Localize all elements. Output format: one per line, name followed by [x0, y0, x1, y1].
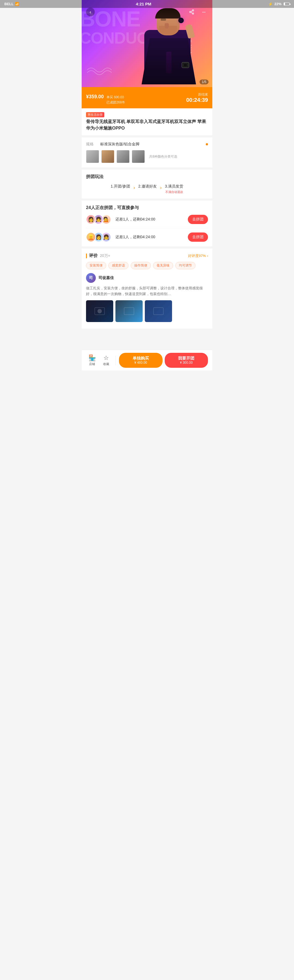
reviewer-info: 司 司徒嘉佳 — [86, 273, 208, 283]
group-info-2: 还差1人，还剩04:24:00 — [115, 235, 188, 240]
steps-row: 1.开团/参团 › 2.邀请好友 › 3.满员发货 不满自动退款 — [86, 184, 208, 194]
price-section: ¥359.00 单买 600.00 已成团268件 距结束 00:24:39 — [82, 87, 212, 108]
hero-person-image — [141, 5, 196, 84]
store-badge: 慧生活自营 — [86, 112, 104, 117]
svg-point-0 — [192, 10, 194, 11]
svg-point-2 — [192, 13, 194, 14]
solo-buy-label: 单独购买 — [133, 356, 149, 361]
status-time: 4:21 PM — [136, 2, 151, 6]
reviewer-avatar: 司 — [86, 273, 96, 283]
group-info-text-1: 还差1人，还剩04:24:00 — [115, 217, 188, 222]
back-button[interactable]: ‹ — [86, 8, 95, 16]
reviews-rate[interactable]: 好评度97% › — [188, 253, 208, 258]
group-rules-title: 拼团玩法 — [86, 174, 208, 180]
price-info: 单买 600.00 已成团268件 — [106, 95, 125, 105]
more-button[interactable]: ··· — [199, 8, 208, 16]
reviews-section: 评价 20万+ 好评度97% › 安装简便 感觉舒适 操作简便 毫无异味 均可调… — [82, 248, 212, 329]
group-info-text-2: 还差1人，还剩04:24:00 — [115, 235, 188, 240]
group-buy-price: ¥ 300.00 — [180, 361, 193, 365]
reviews-rate-text: 好评度97% — [188, 253, 206, 258]
tag-2[interactable]: 操作简便 — [131, 262, 151, 269]
reviews-title: 评价 — [89, 253, 98, 259]
page-indicator: 1/5 — [200, 80, 208, 84]
review-tags: 安装简便 感觉舒适 操作简便 毫无异味 均可调节 — [86, 262, 208, 269]
collect-button[interactable]: ☆ 收藏 — [100, 355, 112, 366]
solo-buy-button[interactable]: 单独购买 ¥ 480.00 — [119, 353, 162, 368]
svg-rect-8 — [154, 308, 163, 315]
reviewer-name: 司徒嘉佳 — [99, 275, 114, 280]
color-thumb-3[interactable] — [116, 150, 130, 163]
reviews-accent-bar — [86, 253, 87, 258]
active-groups-section: 24人正在拼团，可直接参与 👩 👧 💁 还差1人，还剩04:24:00 去拼团 … — [82, 200, 212, 247]
review-images — [86, 300, 208, 322]
reviews-count: 20万+ — [100, 253, 110, 258]
product-info-section: 慧生活自营 骨传导无线蓝牙耳机 单双耳非入耳式蓝牙耳机双耳立体声 苹果华为小米魅… — [82, 108, 212, 135]
review-image-3[interactable] — [145, 300, 172, 322]
review-image-2[interactable] — [115, 300, 143, 322]
review-text: 做工扎实，安装方便，坐的舒服，头部可调整，设计合理，整体使用感觉很好，很满意的一… — [86, 286, 208, 297]
group-buy-label: 我要开团 — [178, 356, 194, 361]
color-thumb-4[interactable] — [132, 150, 145, 163]
tag-0[interactable]: 安装简便 — [86, 262, 106, 269]
hero-banner: BONE CONDUCT THE NEW 2018 HIT — [82, 0, 212, 87]
bottom-divider — [115, 356, 116, 365]
color-more-text: 共8种颜色分类可选 — [149, 154, 177, 159]
svg-line-3 — [191, 12, 192, 13]
bottom-bar: 🏪 店铺 ☆ 收藏 单独购买 ¥ 480.00 我要开团 ¥ 300.00 — [82, 350, 212, 371]
tag-4[interactable]: 均可调节 — [175, 262, 195, 269]
group-info-1: 还差1人，还剩04:24:00 — [115, 217, 188, 222]
specs-label: 规格 — [86, 142, 97, 147]
specs-section: 规格 标准深灰色版/铝合金脚 共8种颜色分类可选 — [82, 137, 212, 167]
group-buy-button[interactable]: 我要开团 ¥ 300.00 — [165, 353, 208, 368]
price-display: ¥359.00 — [86, 91, 104, 100]
avatar-1a: 👩 — [86, 215, 96, 224]
step-arrow-2: › — [159, 185, 163, 191]
specs-value: 标准深灰色版/铝合金脚 — [100, 142, 206, 147]
price-countdown: 距结束 00:24:39 — [186, 92, 208, 103]
group-buy-rules-section: 拼团玩法 1.开团/参团 › 2.邀请好友 › 3.满员发货 不满自动退款 — [82, 170, 212, 199]
tag-1[interactable]: 感觉舒适 — [108, 262, 129, 269]
step-3: 3.满员发货 不满自动退款 — [165, 184, 183, 194]
hero-wave — [87, 65, 114, 76]
step-2: 2.邀请好友 — [138, 184, 157, 189]
reviews-chevron-icon: › — [207, 254, 208, 258]
avatar-2a: 👱 — [86, 232, 96, 242]
nav-actions: ··· — [187, 8, 208, 16]
review-image-1[interactable] — [86, 300, 113, 322]
join-group-button-2[interactable]: 去拼团 — [188, 232, 208, 242]
group-item-1: 👩 👧 💁 还差1人，还剩04:24:00 去拼团 — [86, 215, 208, 228]
tag-3[interactable]: 毫无异味 — [153, 262, 173, 269]
status-bar: BELL 📶 4:21 PM ⚡ 22% — [82, 0, 212, 8]
group-item-2: 👱 👩 👧 还差1人，还剩04:24:00 去拼团 — [86, 232, 208, 242]
color-thumb-2[interactable] — [101, 150, 114, 163]
svg-point-1 — [190, 11, 191, 13]
hero-nav: ‹ ··· — [82, 8, 212, 16]
collect-label: 收藏 — [103, 362, 109, 366]
group-avatars-2: 👱 👩 👧 — [86, 232, 109, 242]
svg-point-6 — [97, 309, 102, 313]
color-thumb-1[interactable] — [86, 150, 99, 163]
solo-buy-price: ¥ 480.00 — [134, 361, 147, 365]
step-sub-text: 不满自动退款 — [165, 190, 183, 194]
group-avatars-1: 👩 👧 💁 — [86, 215, 109, 224]
collect-icon: ☆ — [103, 355, 109, 361]
active-groups-title: 24人正在拼团，可直接参与 — [86, 205, 208, 211]
svg-line-4 — [191, 11, 192, 11]
reviews-title-wrap: 评价 20万+ — [86, 253, 110, 259]
store-icon: 🏪 — [89, 355, 96, 361]
specs-dot — [206, 143, 208, 145]
store-label: 店铺 — [89, 362, 95, 366]
reviews-header: 评价 20万+ 好评度97% › — [86, 253, 208, 259]
step-1: 1.开团/参团 — [111, 184, 130, 189]
join-group-button-1[interactable]: 去拼团 — [188, 215, 208, 224]
product-title: 骨传导无线蓝牙耳机 单双耳非入耳式蓝牙耳机双耳立体声 苹果华为小米魅族OPPO — [86, 118, 208, 132]
step-arrow-1: › — [132, 185, 136, 191]
share-button[interactable] — [187, 8, 196, 16]
specs-row: 规格 标准深灰色版/铝合金脚 — [86, 142, 208, 147]
color-options: 共8种颜色分类可选 — [86, 150, 208, 163]
svg-rect-7 — [124, 308, 134, 315]
store-button[interactable]: 🏪 店铺 — [86, 355, 98, 366]
